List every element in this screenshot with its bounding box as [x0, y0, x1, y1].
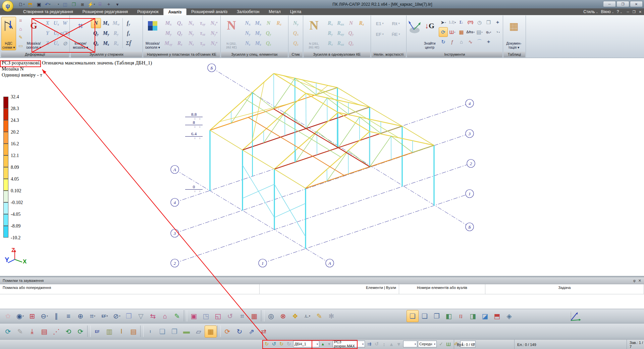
plate-stress-button[interactable]: Nxa: [208, 18, 220, 28]
loadcase-gray-icon[interactable]: ↻: [285, 340, 292, 348]
bar-force-button[interactable]: Mz: [101, 38, 111, 48]
rotate-axes-icon[interactable]: ⇗: [246, 326, 258, 338]
close-button[interactable]: ✕: [630, 1, 643, 7]
influence-comb-icon[interactable]: Ш: [448, 27, 457, 37]
rotate-block-icon[interactable]: ⟳: [221, 326, 233, 338]
frame-scheme-icon[interactable]: ⌗: [17, 17, 25, 24]
deform-letter-button[interactable]: Uz: [52, 38, 61, 48]
empty[interactable]: [493, 37, 502, 47]
ribbon-tab[interactable]: Аналіз: [163, 8, 187, 15]
numbering-delete-icon[interactable]: ⤓: [26, 326, 38, 338]
special-force-button[interactable]: Qy: [263, 28, 274, 38]
ribbon-tab[interactable]: Розширене редагування: [78, 8, 133, 15]
loadcase-skip-icon[interactable]: ↻: [278, 340, 285, 348]
deform-letter-button[interactable]: a(X): [61, 28, 69, 38]
element-box1-icon[interactable]: ▣: [188, 310, 200, 322]
style-menu[interactable]: Стиль: [582, 9, 599, 14]
bar-force-button[interactable]: Mx: [101, 18, 111, 28]
select-poly-icon[interactable]: ✩: [2, 310, 14, 322]
edit-pencil-icon[interactable]: ✎: [17, 34, 25, 41]
up-icon[interactable]: ▲: [388, 340, 395, 348]
select-diagonal-icon[interactable]: ⊘: [111, 310, 123, 322]
restore-button[interactable]: ❐: [616, 1, 629, 7]
view-top-icon[interactable]: ❏: [419, 310, 431, 322]
bell-curve-icon[interactable]: ⌒: [475, 37, 484, 47]
close-panel-icon[interactable]: ✕: [638, 279, 641, 283]
ribbon-tab[interactable]: Залізобетон: [232, 8, 264, 15]
diagrams-mosaic-button[interactable]: ⌗ Епюри/ мозаїка ▾: [71, 17, 90, 50]
bar-force-button[interactable]: N: [91, 18, 101, 28]
special-force-button[interactable]: [274, 38, 284, 48]
fragment-frame-icon[interactable]: ⌂: [159, 310, 171, 322]
loadcase-down-button[interactable]: ▼: [326, 341, 332, 347]
rotate-ccw-icon[interactable]: ⟲: [62, 326, 74, 338]
ribbon-tab[interactable]: Метал: [264, 8, 285, 15]
view-plane-icon[interactable]: ◪: [479, 310, 491, 322]
view-side-icon[interactable]: ◧: [443, 310, 455, 322]
view-slice-icon[interactable]: ◨: [467, 310, 479, 322]
settings-gear-icon[interactable]: ✻: [325, 310, 337, 322]
deform-letter-button[interactable]: Uy: [52, 28, 61, 38]
app-logo-icon[interactable]: ψ: [2, 0, 13, 12]
single-node-force-button[interactable]: Rz: [325, 38, 335, 48]
special-force-button[interactable]: N: [263, 18, 274, 28]
errors-column-header[interactable]: Помилка або попередження: [0, 284, 260, 294]
view-iso-icon[interactable]: ❏: [407, 310, 419, 322]
graphs-icon[interactable]: ∿: [466, 37, 475, 47]
lock-tool-icon[interactable]: ✦: [493, 17, 502, 27]
help-menu[interactable]: ?: [615, 9, 624, 14]
single-node-force-button[interactable]: Rz: [356, 18, 367, 28]
single-node-force-button[interactable]: N: [346, 18, 356, 28]
select-target-icon[interactable]: ◉: [14, 310, 26, 322]
element-undo-icon[interactable]: ↺: [224, 310, 236, 322]
select-crosshair-icon[interactable]: ⊕: [74, 310, 87, 322]
single-node-force-button[interactable]: Qz: [346, 38, 356, 48]
bar-force-button[interactable]: Qz: [91, 38, 101, 48]
single-node-force-button[interactable]: Ruy: [335, 28, 346, 38]
loadcase-prev-icon[interactable]: ↻: [263, 340, 270, 348]
single-node-force-button[interactable]: Ry: [325, 28, 335, 38]
special-force-button[interactable]: Nx: [243, 18, 253, 28]
steel-ibeam-icon[interactable]: I: [144, 326, 156, 338]
ribbon-tab[interactable]: Розрахунок: [132, 8, 163, 15]
model-viewport[interactable]: ББАА44332211 РСЗ розрахункові. Огинаюча …: [0, 58, 644, 276]
e1-mosaic-icon[interactable]: Е1: [372, 18, 388, 29]
special-force-button[interactable]: My: [253, 28, 263, 38]
single-node-force-button[interactable]: Qy: [346, 28, 356, 38]
nds-schemes-button[interactable]: НДС схеми ▾: [1, 17, 16, 50]
measure-length-icon[interactable]: .L.: [301, 310, 313, 322]
edit-gear-icon[interactable]: ✎: [14, 326, 26, 338]
bar-f-button[interactable]: fy: [124, 18, 133, 28]
refresh-mosaic-icon[interactable]: ⟳: [439, 27, 448, 37]
plate-stress-button[interactable]: Mxy: [163, 38, 174, 48]
down-icon[interactable]: ▼: [395, 340, 402, 348]
select-nodes-icon[interactable]: ⊞: [26, 310, 38, 322]
recalc-gear-icon[interactable]: ⟳: [2, 326, 14, 338]
bar-force-button[interactable]: Mw: [111, 18, 121, 28]
special-force-button[interactable]: Ny: [243, 28, 253, 38]
concrete-section-icon[interactable]: ▥: [103, 326, 115, 338]
vegetation-icon[interactable]: Ш: [445, 340, 452, 348]
view-frag-icon[interactable]: ⌈⌋: [455, 310, 467, 322]
window-menu[interactable]: Вікно: [600, 9, 615, 14]
select-segment-icon[interactable]: ⊖: [38, 310, 50, 322]
ribbon-tab[interactable]: Розширений аналіз: [186, 8, 232, 15]
documentation-button[interactable]: ▦ Докумен- тація ▾: [504, 17, 524, 50]
report-icon[interactable]: ❒: [484, 17, 493, 27]
sum-loads-icon[interactable]: Σ↓: [457, 17, 466, 27]
doc-close-button[interactable]: ✕: [637, 10, 643, 14]
joint-force-button[interactable]: Qx: [290, 28, 302, 38]
brush-icon[interactable]: ✎: [171, 310, 183, 322]
ribbon-tab[interactable]: Цегла: [285, 8, 306, 15]
numbers-26-icon[interactable]: ▤: [38, 326, 50, 338]
single-node-force-button[interactable]: Rux: [335, 18, 346, 28]
swap-elements-icon[interactable]: ⇄: [258, 326, 270, 338]
mesh-plate-icon[interactable]: ▦: [205, 326, 217, 338]
mosaic-isofields-plates-button[interactable]: Мозаїка/ ізополя ▾: [144, 17, 162, 50]
empty-combo[interactable]: ▾: [403, 341, 417, 347]
animation-icon[interactable]: ▤: [475, 27, 484, 37]
special-force-button[interactable]: Mz: [253, 38, 263, 48]
view-axes-icon[interactable]: [568, 310, 582, 324]
local-axes-icon[interactable]: [407, 19, 421, 39]
deform-letter-button[interactable]: Y: [43, 28, 52, 38]
